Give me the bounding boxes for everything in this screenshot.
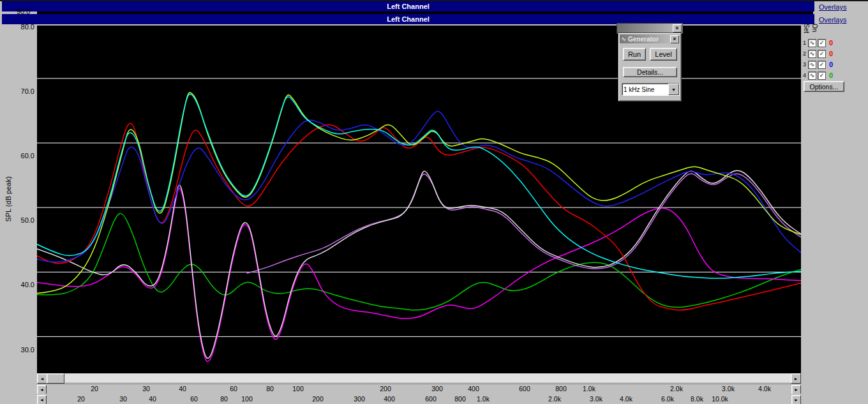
- overlays-link-front[interactable]: Overlays: [819, 16, 846, 24]
- left-arrow-icon: ◄: [40, 377, 45, 381]
- x-tick-label: 200: [312, 395, 324, 403]
- details-button[interactable]: Details...: [623, 67, 677, 77]
- x-tick-label: 4.0k: [620, 395, 632, 403]
- x-tick-label: 1.0k: [583, 385, 595, 393]
- x-tick-label: 100: [292, 385, 304, 393]
- y-tick-label: 70.0: [0, 87, 34, 95]
- x-tick-label: 10.0k: [712, 395, 728, 403]
- level-button[interactable]: Level: [650, 48, 677, 61]
- x-tick-label: 4.0k: [758, 385, 771, 393]
- series-yellow-green-curve: [37, 93, 801, 294]
- x-tick-label: 30: [119, 395, 127, 403]
- spl-axis-label: SPL (dB peak): [4, 176, 12, 221]
- signal-dropdown-button[interactable]: ▼: [668, 84, 679, 95]
- back-y-tick-90: 90.0: [17, 8, 30, 15]
- x-tick-label: 20: [77, 395, 85, 403]
- x-tick-label: 800: [555, 385, 567, 393]
- axis-front-left-button[interactable]: ◄: [37, 395, 47, 404]
- axis-row-front: ◄ ► 20304060801002003004006008001.0k2.0k…: [37, 394, 801, 404]
- overlay-count-value: 0: [829, 50, 833, 57]
- overlay-set-checkbox[interactable]: ∿: [808, 71, 816, 80]
- overlay-on-checkbox[interactable]: ✓: [818, 61, 826, 69]
- x-tick-label: 200: [380, 385, 391, 393]
- options-button[interactable]: Options...: [804, 81, 844, 92]
- overlay-set-checkbox[interactable]: ∿: [808, 39, 816, 47]
- x-tick-label: 800: [454, 395, 466, 403]
- overlay-row-number: 2: [802, 50, 807, 57]
- y-tick-label: 40.0: [0, 281, 34, 288]
- series-blue-curve: [37, 111, 801, 262]
- axis-row-back: ◄ ► 20304060801002003004006008001.0k2.0k…: [37, 384, 801, 394]
- chevron-down-icon: ▼: [671, 87, 676, 92]
- axis-back-right-button[interactable]: ►: [791, 385, 801, 394]
- axis-back-left-button[interactable]: ◄: [37, 385, 47, 394]
- overlay-on-checkbox[interactable]: ✓: [818, 39, 826, 47]
- close-icon: ×: [673, 36, 676, 42]
- plot-area: [37, 26, 801, 373]
- scroll-right-button[interactable]: ►: [791, 373, 801, 384]
- series-magenta-curve: [37, 188, 801, 361]
- x-tick-label: 2.0k: [670, 385, 683, 393]
- overlay-row-2: 2∿✓0: [802, 49, 833, 58]
- rta-chart: [37, 26, 801, 373]
- overlay-count-value: 0: [829, 39, 833, 47]
- x-tick-label: 60: [190, 395, 198, 403]
- x-tick-label: 300: [354, 395, 365, 403]
- axis-front-right-button[interactable]: ►: [791, 395, 801, 404]
- x-tick-label: 600: [519, 385, 530, 393]
- overlay-set-checkbox[interactable]: ∿: [808, 50, 816, 58]
- app-window: Left Channel 90.0 Overlays Left Channel …: [0, 0, 868, 404]
- x-tick-label: 400: [384, 395, 395, 403]
- x-tick-label: 60: [230, 385, 237, 393]
- generator-title: Generator: [628, 36, 669, 43]
- series-violet-curve: [247, 174, 802, 273]
- x-tick-label: 80: [220, 395, 228, 403]
- x-tick-label: 100: [241, 395, 253, 403]
- back-window-title: Left Channel: [387, 3, 430, 10]
- x-tick-label: 600: [425, 395, 437, 403]
- overlay-row-1: 1∿✓0: [802, 38, 833, 47]
- x-tick-label: 8.0k: [691, 395, 703, 403]
- x-tick-label: 80: [266, 385, 274, 393]
- generator-close-button[interactable]: ×: [670, 35, 679, 43]
- overlays-link-back[interactable]: Overlays: [819, 3, 846, 11]
- x-tick-label: 1.0k: [477, 395, 490, 403]
- x-tick-label: 20: [91, 385, 98, 393]
- signal-select[interactable]: 1 kHz Sine ▼: [622, 83, 680, 96]
- generator-dialog: ∿ Generator × Run Level Details... 1 kHz…: [618, 33, 682, 101]
- overlay-on-checkbox[interactable]: ✓: [818, 50, 826, 58]
- right-arrow-icon: ►: [794, 398, 798, 402]
- x-tick-label: 2.0k: [548, 395, 561, 403]
- background-dialog-close-button[interactable]: ×: [673, 24, 682, 33]
- generator-titlebar[interactable]: ∿ Generator ×: [620, 34, 680, 43]
- x-tick-label: 3.0k: [590, 395, 602, 403]
- overlay-row-3: 3∿✓0: [802, 60, 833, 69]
- scroll-left-button[interactable]: ◄: [37, 373, 47, 384]
- y-tick-label: 60.0: [0, 152, 34, 160]
- x-tick-label: 400: [468, 385, 479, 393]
- overlay-set-checkbox[interactable]: ∿: [808, 61, 816, 69]
- overlay-row-number: 1: [802, 40, 807, 46]
- overlay-row-number: 3: [802, 61, 807, 68]
- overlay-on-checkbox[interactable]: ✓: [818, 71, 826, 80]
- x-tick-label: 3.0k: [722, 385, 735, 393]
- left-arrow-icon: ◄: [40, 398, 44, 402]
- signal-value: 1 kHz Sine: [622, 86, 668, 93]
- overlay-count-value: 0: [829, 71, 833, 79]
- set-column-header: Set: [803, 24, 810, 33]
- left-arrow-icon: ◄: [40, 387, 44, 392]
- x-tick-label: 6.0k: [661, 395, 674, 403]
- right-arrow-icon: ►: [794, 387, 798, 392]
- front-window-title: Left Channel: [387, 15, 430, 23]
- h-scrollbar[interactable]: ◄ ►: [37, 373, 801, 382]
- series-cyan-curve: [37, 94, 801, 278]
- overlay-row-number: 4: [802, 72, 807, 79]
- back-window-titlebar[interactable]: Left Channel: [2, 1, 814, 11]
- front-window-titlebar[interactable]: Left Channel: [2, 14, 814, 24]
- x-tick-label: 300: [431, 385, 443, 393]
- generator-window-icon: ∿: [620, 36, 627, 42]
- scroll-thumb[interactable]: [47, 373, 64, 384]
- run-button[interactable]: Run: [623, 48, 646, 61]
- on-column-header: On: [811, 24, 818, 32]
- y-tick-label: 50.0: [0, 216, 34, 224]
